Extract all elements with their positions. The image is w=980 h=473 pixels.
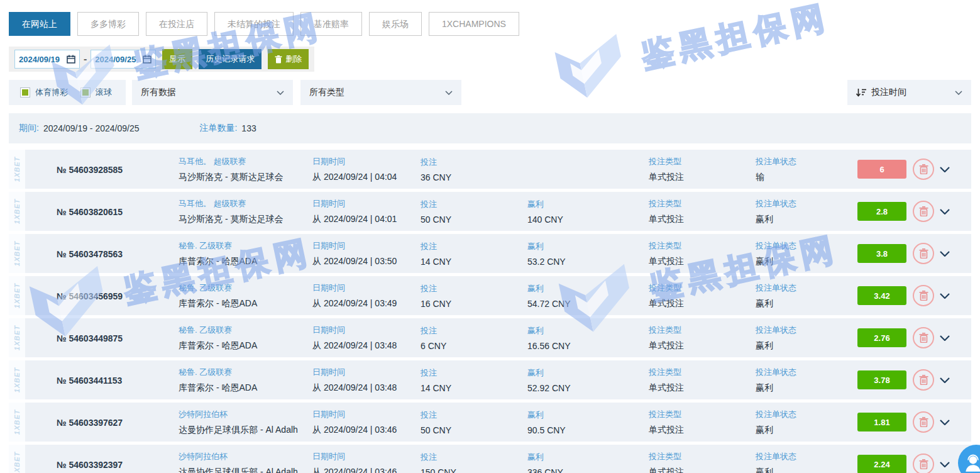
win-value: 54.72 CNY — [527, 299, 649, 309]
period-label: 期间: — [19, 123, 39, 134]
brand-label: 1XBET — [13, 409, 21, 435]
expand-row-chevron-icon[interactable] — [940, 377, 950, 383]
bet-id: № 54603397627 — [57, 418, 123, 428]
stake-label: 投注 — [421, 283, 527, 294]
league-name: 秘鲁. 乙级联赛 — [179, 282, 312, 294]
status-value: 赢利 — [756, 214, 857, 225]
sort-dropdown[interactable]: 投注时间 — [847, 80, 971, 105]
datetime-label: 日期时间 — [312, 282, 421, 294]
stake-value: 14 CNY — [421, 257, 527, 267]
league-name: 马耳他。 超级联赛 — [179, 198, 312, 209]
data-filter-dropdown[interactable]: 所有数据 — [132, 80, 293, 105]
bet-count-value: 133 — [241, 123, 256, 133]
status-value: 赢利 — [756, 425, 857, 436]
date-to-input[interactable]: 2024/09/25 — [91, 50, 156, 69]
odds-badge: 2.8 — [857, 202, 906, 221]
win-label: 赢利 — [527, 325, 649, 337]
trash-icon — [919, 333, 928, 343]
tab-benchmark-odds[interactable]: 基准赔率 — [300, 12, 362, 36]
trash-icon — [919, 459, 928, 469]
delete-button[interactable]: 删除 — [268, 49, 309, 69]
expand-row-chevron-icon[interactable] — [940, 335, 950, 341]
brand-label: 1XBET — [13, 325, 21, 350]
datetime-value: 从 2024/09/24 | 03:49 — [312, 298, 421, 309]
tab-on-website[interactable]: 在网站上 — [9, 12, 70, 36]
delete-bet-button[interactable] — [913, 454, 934, 473]
bet-type-label: 投注类型 — [649, 325, 756, 336]
match-name: 库普索尔 - 哈恩ADA — [179, 340, 312, 352]
tab-1xchampions[interactable]: 1XCHAMPIONS — [429, 12, 519, 36]
datetime-label: 日期时间 — [312, 451, 421, 462]
stake-value: 50 CNY — [421, 425, 527, 435]
datetime-value: 从 2024/09/24 | 03:50 — [312, 256, 421, 267]
bet-type-label: 投注类型 — [649, 451, 756, 462]
datetime-value: 从 2024/09/24 | 03:46 — [312, 467, 421, 473]
type-filter-dropdown[interactable]: 所有类型 — [300, 80, 461, 105]
brand-label: 1XBET — [13, 367, 21, 392]
delete-bet-button[interactable] — [913, 411, 934, 433]
brand-strip: 1XBET — [9, 403, 25, 442]
tab-betting-shop[interactable]: 在投注店 — [146, 12, 207, 36]
datetime-value: 从 2024/09/24 | 04:04 — [312, 172, 421, 183]
calendar-icon — [143, 55, 151, 64]
bet-history-page: 在网站上 多多博彩 在投注店 未结算的投注 基准赔率 娱乐场 1XCHAMPIO… — [0, 0, 980, 473]
win-value: 53.2 CNY — [527, 257, 649, 267]
brand-strip: 1XBET — [9, 360, 25, 399]
win-value: 140 CNY — [527, 214, 649, 225]
watermark-text: 鉴黑担保网 — [637, 0, 834, 78]
tab-casino[interactable]: 娱乐场 — [369, 12, 422, 36]
stake-value: 6 CNY — [421, 341, 527, 351]
win-label: 赢利 — [527, 367, 649, 379]
status-value: 赢利 — [756, 467, 857, 473]
tab-toto[interactable]: 多多博彩 — [77, 12, 139, 36]
match-name: 马沙斯洛克 - 莫斯达足球会 — [179, 172, 312, 183]
chevron-down-icon — [277, 91, 284, 95]
history-request-button[interactable]: 历史记录请求 — [199, 49, 262, 69]
delete-bet-button[interactable] — [913, 243, 934, 264]
tab-unsettled-bets[interactable]: 未结算的投注 — [214, 12, 294, 36]
bet-type-value: 单式投注 — [649, 425, 756, 436]
expand-row-chevron-icon[interactable] — [940, 462, 950, 467]
live-betting-checkbox[interactable]: 滚球 — [80, 87, 112, 98]
date-to-value: 2024/09/25 — [95, 55, 136, 64]
win-value: 336 CNY — [527, 467, 649, 473]
calendar-icon — [67, 55, 75, 64]
expand-row-chevron-icon[interactable] — [940, 251, 950, 257]
expand-row-chevron-icon[interactable] — [940, 420, 950, 425]
trash-icon — [919, 291, 928, 301]
delete-bet-button[interactable] — [913, 201, 934, 222]
show-button[interactable]: 显示 — [162, 49, 192, 69]
expand-row-chevron-icon[interactable] — [940, 293, 950, 299]
datetime-value: 从 2024/09/24 | 03:46 — [312, 425, 421, 436]
date-from-input[interactable]: 2024/09/19 — [14, 50, 80, 69]
stake-value: 14 CNY — [421, 383, 527, 393]
sort-amount-icon — [856, 88, 866, 97]
status-value: 赢利 — [756, 382, 857, 394]
delete-bet-button[interactable] — [913, 159, 934, 180]
bet-type-label: 投注类型 — [649, 367, 756, 378]
stake-label: 投注 — [421, 325, 527, 337]
odds-badge: 3.8 — [857, 244, 906, 263]
chevron-down-icon — [445, 91, 453, 95]
delete-bet-button[interactable] — [913, 369, 934, 391]
stake-value: 150 CNY — [421, 467, 527, 473]
match-name: 达曼协作足球俱乐部 - Al Adalh — [179, 467, 312, 473]
odds-badge: 2.76 — [857, 328, 906, 347]
bet-type-label: 投注类型 — [649, 198, 756, 209]
bet-count-label: 注单数量: — [199, 123, 237, 134]
live-betting-label: 滚球 — [96, 87, 112, 98]
expand-row-chevron-icon[interactable] — [940, 209, 950, 214]
bet-row: 1XBET № 54603820615 马耳他。 超级联赛 马沙斯洛克 - 莫斯… — [9, 192, 971, 231]
delete-bet-button[interactable] — [913, 327, 934, 348]
bet-row: 1XBET № 54603928585 马耳他。 超级联赛 马沙斯洛克 - 莫斯… — [9, 150, 971, 189]
sports-betting-checkbox[interactable]: 体育博彩 — [20, 87, 68, 98]
win-value: 16.56 CNY — [527, 341, 649, 351]
bet-type-value: 单式投注 — [649, 256, 756, 267]
win-label: 赢利 — [527, 199, 649, 210]
odds-badge: 6 — [857, 160, 906, 179]
expand-row-chevron-icon[interactable] — [940, 167, 950, 172]
trash-icon — [275, 55, 282, 64]
brand-strip: 1XBET — [9, 276, 25, 315]
data-filter-value: 所有数据 — [141, 87, 176, 98]
delete-bet-button[interactable] — [913, 285, 934, 306]
